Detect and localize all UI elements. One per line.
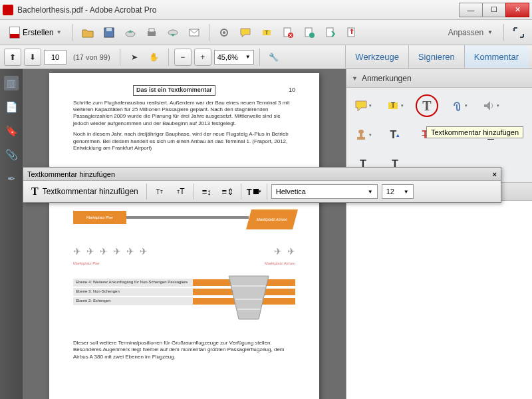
body-text: Dieser soll weitere Terminalpositionen f…	[73, 340, 295, 360]
page-up-button[interactable]: ⬆	[4, 49, 21, 66]
signatures-rail-button[interactable]: ✒	[4, 172, 19, 186]
attachments-rail-button[interactable]: 📎	[4, 148, 19, 162]
mode-label: Textkommentar hinzufügen	[43, 187, 138, 196]
bar-label: Ebene 3: Non-Schengen	[73, 288, 193, 296]
tower-graphic	[222, 269, 275, 323]
window-close-button[interactable]: ✕	[505, 3, 529, 17]
tab-label: Signieren	[418, 52, 455, 62]
zoom-select[interactable]: 45,6%▼	[214, 50, 254, 65]
text-comment-mode-button[interactable]: T Textkommentar hinzufügen	[27, 186, 142, 198]
hand-tool-button[interactable]: ✋	[146, 49, 163, 66]
delete-comment-button[interactable]	[279, 23, 297, 42]
text-comment-annotation[interactable]: Das ist ein Textkommentar	[133, 85, 215, 96]
highlight-button[interactable]: T	[257, 23, 276, 42]
font-value: Helvetica	[276, 188, 306, 196]
diagram-label: Marktplatz Pier	[73, 211, 126, 224]
zoom-out-button[interactable]: −	[174, 49, 192, 66]
tooltip: Textkommentar hinzufügen	[426, 126, 523, 138]
fullscreen-button[interactable]	[509, 23, 528, 42]
panel-title: Anmerkungen	[362, 74, 412, 83]
tab-werkzeuge[interactable]: Werkzeuge	[345, 45, 408, 68]
stamp-tool[interactable]: ▾	[354, 126, 372, 144]
svg-text:T: T	[265, 29, 269, 36]
diagram-label: Marktplatz Atrium	[246, 209, 298, 229]
nav-toolbar: ⬆ ⬇ (17 von 99) ➤ ✋ − + 45,6%▼ 🔧 Werkzeu…	[0, 45, 532, 69]
svg-rect-1	[106, 28, 112, 31]
comments-panel: ▼ Anmerkungen ▾ T▾ T ▾ ▾ ▾ T▴ T▴ T T T T…	[346, 69, 532, 399]
create-button[interactable]: Erstellen ▼	[4, 23, 67, 42]
text-comment-toolbar[interactable]: Textkommentar hinzufügen × T Textkomment…	[23, 167, 501, 203]
left-nav-rail: ▥ 📄 🔖 📎 ✒	[0, 69, 23, 399]
svg-marker-17	[229, 276, 269, 319]
document-viewport[interactable]: 10 Das ist ein Textkommentar Schritte zu…	[23, 69, 346, 399]
page-number-input[interactable]	[44, 50, 66, 65]
tools-1-button[interactable]	[300, 23, 319, 42]
pages-rail-button[interactable]: 📄	[4, 100, 19, 114]
anmerkungen-header[interactable]: ▼ Anmerkungen	[346, 69, 532, 88]
diagram-sublabel: Marktplatz Pier	[73, 261, 100, 267]
kommentarliste-body	[346, 201, 532, 399]
cloud-up-button[interactable]	[121, 23, 140, 42]
sticky-note-tool[interactable]: ▾	[354, 97, 372, 114]
window-maximize-button[interactable]: ☐	[482, 3, 506, 17]
tools-3-button[interactable]	[342, 23, 361, 42]
size-value: 12	[386, 188, 394, 196]
app-icon	[3, 5, 13, 15]
svg-rect-4	[149, 29, 154, 32]
chevron-down-icon: ▼	[57, 29, 62, 35]
attach-file-tool[interactable]: ▾	[450, 97, 467, 114]
print-button[interactable]	[142, 23, 161, 42]
cloud-down-button[interactable]	[164, 23, 182, 42]
comment-bubble-button[interactable]	[236, 23, 255, 42]
view-tools-button[interactable]: 🔧	[265, 49, 283, 66]
decrease-size-button[interactable]: TT	[151, 184, 168, 200]
window-titlebar: Bachelorthesis.pdf - Adobe Acrobat Pro —…	[0, 0, 532, 20]
diagram-sublabel: Marktplatz Atrium	[265, 261, 295, 267]
settings-button[interactable]	[215, 23, 233, 42]
svg-point-14	[309, 33, 315, 38]
zoom-in-button[interactable]: +	[194, 49, 211, 66]
open-button[interactable]	[78, 23, 97, 42]
float-toolbar-header[interactable]: Textkommentar hinzufügen ×	[23, 168, 501, 181]
plane-icon: ✈	[73, 245, 81, 257]
window-title: Bachelorthesis.pdf - Adobe Acrobat Pro	[17, 5, 460, 15]
text-color-button[interactable]: T▾	[245, 184, 263, 200]
main-toolbar: Erstellen ▼ T Anpassen ▼	[0, 20, 532, 45]
insert-text-tool[interactable]: T▴	[386, 126, 404, 144]
decrease-spacing-button[interactable]: ≡↕	[198, 184, 215, 200]
save-button[interactable]	[100, 23, 118, 42]
bookmarks-rail-button[interactable]: 🔖	[4, 124, 19, 138]
font-size-select[interactable]: 12▼	[382, 184, 414, 199]
font-family-select[interactable]: Helvetica▼	[271, 184, 378, 199]
increase-spacing-button[interactable]: ≡⇕	[219, 184, 237, 200]
body-text: Schritte zum Flughafenausbau realisiert.…	[73, 100, 295, 128]
customize-label: Anpassen	[448, 28, 483, 37]
diagram: Marktplatz Pier Marktplatz Atrium ✈✈✈✈✈✈…	[73, 209, 295, 329]
svg-point-8	[223, 31, 225, 34]
thumbnails-rail-button[interactable]: ▥	[4, 76, 19, 90]
body-text: Noch in diesem Jahr, nach dreijähriger B…	[73, 131, 295, 152]
window-minimize-button[interactable]: —	[459, 3, 483, 17]
tab-label: Kommentar	[474, 52, 519, 62]
tools-2-button[interactable]	[321, 23, 340, 42]
increase-size-button[interactable]: TT	[172, 184, 190, 200]
bar-label: Ebene 4: Weiterer Ankunftsgang für Non-S…	[73, 279, 193, 287]
page-number: 10	[289, 86, 295, 94]
page-count-label: (17 von 99)	[73, 53, 110, 61]
bar-label: Ebene 2: Schengen	[73, 297, 193, 305]
tab-kommentar[interactable]: Kommentar	[464, 45, 528, 68]
email-button[interactable]	[185, 23, 203, 42]
float-title: Textkommentar hinzufügen	[27, 170, 115, 178]
svg-point-25	[358, 130, 364, 134]
close-icon[interactable]: ×	[493, 170, 497, 178]
customize-button[interactable]: Anpassen ▼	[443, 28, 498, 37]
tab-signieren[interactable]: Signieren	[408, 45, 464, 68]
highlight-text-tool[interactable]: T▾	[386, 97, 404, 114]
select-tool-button[interactable]: ➤	[126, 49, 143, 66]
tab-label: Werkzeuge	[355, 52, 399, 62]
pdf-icon	[9, 27, 20, 39]
add-text-comment-tool[interactable]: T	[416, 94, 438, 117]
page-down-button[interactable]: ⬇	[24, 49, 41, 66]
audio-comment-tool[interactable]: ▾	[482, 97, 499, 114]
pdf-page: 10 Das ist ein Textkommentar Schritte zu…	[49, 73, 319, 399]
